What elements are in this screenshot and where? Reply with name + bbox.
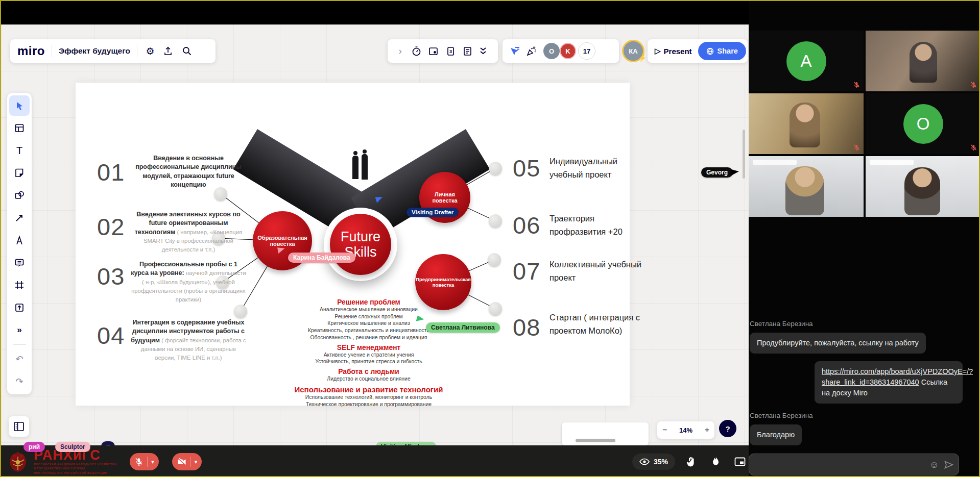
snapshot-icon[interactable]	[428, 46, 440, 57]
skills-heading: SELF менеджмент	[294, 344, 443, 352]
chevron-down-icon[interactable]: ▾	[151, 459, 154, 465]
board-widgets-toolbar: › 3	[388, 39, 498, 63]
picture-in-picture-button[interactable]	[731, 453, 749, 470]
frames-panel-button[interactable]	[9, 416, 29, 437]
follow-cursor-icon[interactable]	[509, 45, 521, 57]
cursor-tag-karina: Карина Байдалова	[288, 253, 355, 263]
skills-list: Решение проблем Аналитическое мышление и…	[294, 296, 443, 408]
person-silhouette	[352, 156, 358, 179]
arrow-tool[interactable]	[9, 208, 30, 228]
cursor-tag-svetlana-litvinova: Светлана Литвинова	[426, 322, 500, 333]
templates-tool[interactable]	[9, 118, 30, 138]
emoji-icon[interactable]: ☺	[929, 459, 939, 470]
board-title[interactable]: Эффект будущего	[59, 46, 130, 56]
pen-tool[interactable]	[9, 230, 30, 250]
tools-sidebar: T » ↶ ↷	[7, 93, 32, 394]
mic-off-icon	[853, 144, 861, 152]
item-number: 01	[97, 158, 125, 186]
help-button[interactable]: ?	[719, 420, 736, 437]
miro-canvas[interactable]: miro Эффект будущего ⚙ › 3	[1, 24, 749, 445]
chat-input[interactable]: ☺	[749, 454, 959, 475]
share-button[interactable]: Share	[698, 42, 746, 60]
comment-tool[interactable]	[9, 253, 30, 273]
text-tool[interactable]: T	[9, 140, 30, 161]
zoom-in-button[interactable]: +	[705, 425, 709, 435]
chevrons-down-icon[interactable]	[479, 46, 491, 56]
mic-off-icon	[853, 81, 861, 89]
notes-icon[interactable]	[462, 46, 474, 57]
expand-chevron-icon[interactable]: ›	[394, 45, 407, 57]
participant-video[interactable]: О	[866, 93, 980, 154]
cursor-tag-visiting-drafter: Visiting Drafter	[407, 208, 459, 217]
participant-video[interactable]	[866, 156, 980, 217]
item-text: Индивидуальный учебный проект	[549, 155, 644, 181]
ranepa-crest-icon	[7, 449, 29, 474]
frames-panel-icon	[13, 421, 25, 432]
mic-muted-button[interactable]: ▾	[130, 453, 159, 470]
cursor-tag-riy: рий	[23, 442, 45, 452]
item-number: 04	[97, 321, 125, 349]
participant-video[interactable]	[749, 156, 864, 217]
item-text: Интеграция в содержание учебных дисципли…	[131, 318, 246, 362]
send-icon[interactable]	[944, 461, 953, 469]
present-button[interactable]: ▷Present	[655, 46, 692, 56]
reactions-confetti-icon[interactable]	[526, 45, 538, 57]
board-scrollbar[interactable]	[743, 130, 745, 179]
select-tool[interactable]	[9, 95, 30, 116]
participant-video[interactable]	[866, 31, 980, 91]
cursor-tag-sculptor: Sculptor	[55, 442, 90, 452]
ranepa-logo: РАНХиГС РОССИЙСКАЯ АКАДЕМИЯ НАРОДНОГО ХО…	[7, 448, 116, 475]
search-icon[interactable]	[182, 46, 194, 56]
skills-heading: Решение проблем	[294, 298, 443, 306]
mic-off-icon	[970, 144, 977, 152]
chat-message: Благодарю	[750, 424, 802, 445]
lightning-icon: ⚡	[638, 54, 647, 62]
item-number: 08	[513, 313, 540, 341]
skills-heading: Использование и развитие технологий	[294, 385, 443, 394]
meeting-sidebar: A О Светлана Березина Продублируйте, пож…	[749, 1, 980, 477]
share-toolbar: ▷Present Share	[648, 39, 748, 63]
collaboration-toolbar: O K 17	[503, 39, 619, 63]
zoom-out-button[interactable]: −	[662, 425, 667, 435]
cursor-black	[731, 169, 739, 175]
sticky-note-tool[interactable]	[9, 163, 30, 183]
zoom-level[interactable]: 14%	[679, 426, 692, 434]
mic-off-icon	[970, 81, 977, 89]
miro-header: miro Эффект будущего ⚙	[10, 39, 216, 63]
upload-tool[interactable]	[9, 297, 30, 318]
collaborators-count[interactable]: 17	[578, 42, 595, 60]
shapes-tool[interactable]	[9, 185, 30, 206]
divider	[52, 45, 52, 57]
undo-button[interactable]: ↶	[9, 349, 30, 369]
item-text: Введение элективных курсов по future ори…	[131, 210, 246, 254]
miro-logo: miro	[17, 44, 45, 58]
settings-gear-icon[interactable]: ⚙	[144, 45, 156, 57]
countdown-3-icon[interactable]: 3	[445, 46, 458, 57]
connector-dot	[489, 162, 502, 175]
zoom-bar: − 14% +	[657, 421, 714, 439]
horizontal-scroll-thumb[interactable]	[576, 439, 615, 442]
reactions-button[interactable]	[707, 453, 724, 470]
more-tools[interactable]: »	[9, 320, 30, 340]
cursor-pink	[277, 246, 285, 254]
avatar-k[interactable]: K	[560, 43, 576, 59]
connector-dot	[234, 305, 247, 318]
frame-tool[interactable]	[9, 275, 30, 295]
timer-icon[interactable]	[411, 46, 423, 57]
chevron-down-icon[interactable]: ▾	[195, 459, 198, 465]
participant-avatar: О	[903, 104, 943, 144]
camera-off-button[interactable]: ▾	[172, 453, 202, 470]
future-skills-infographic: Образовательная повестка Личная повестка…	[76, 83, 630, 406]
avatar-o[interactable]: O	[543, 43, 560, 59]
item-number: 05	[513, 154, 540, 182]
viewers-indicator[interactable]: 35%	[632, 454, 675, 470]
miro-board-link[interactable]: https://miro.com/app/board/uXjVPDZOOyE=/…	[822, 367, 973, 386]
item-text: Профессиональные пробы с 1 курса на уров…	[131, 260, 246, 304]
raise-hand-button[interactable]	[682, 453, 700, 470]
export-icon[interactable]	[163, 46, 175, 56]
redo-button[interactable]: ↷	[9, 371, 30, 392]
item-number: 02	[97, 213, 125, 241]
participant-video[interactable]: A	[749, 31, 864, 91]
participant-video[interactable]	[749, 93, 864, 154]
item-text: Введение в основные профессиональные дис…	[131, 154, 246, 189]
